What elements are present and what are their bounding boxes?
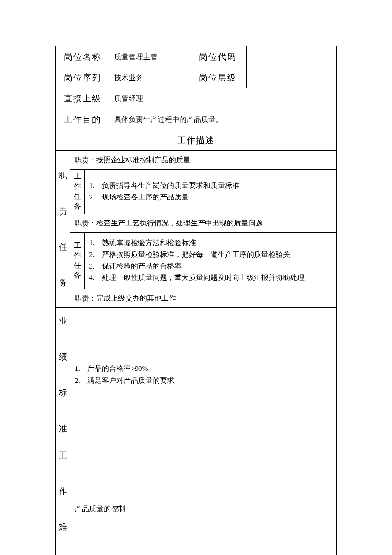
document-page: 岗位名称 质量管理主管 岗位代码 岗位序列 技术业务 岗位层级 直接上级 质管经…: [0, 0, 392, 555]
row-job-description-title: 工作描述: [56, 130, 337, 151]
value-position-name: 质量管理主管: [110, 46, 189, 67]
label-position-code: 岗位代码: [189, 46, 247, 67]
duty1-task-2: 2. 现场检查各工序的产品质量: [89, 192, 332, 203]
duty1-task-1: 1. 负责指导各生产岗位的质量要求和质量标准: [89, 180, 332, 191]
label-work-purpose: 工作目的: [56, 109, 110, 130]
row-performance: 业 绩 标 准 1. 产品的合格率>90% 2. 满足客户对产品质量的要求: [56, 307, 337, 442]
label-task-2: 工 作 任 务: [70, 233, 85, 289]
row-duty2-tasks: 工 作 任 务 1. 熟练掌握检验方法和检验标准 2. 严格按照质量检验标准，把…: [56, 233, 337, 289]
label-difficulty: 工 作 难 点: [56, 442, 70, 555]
value-position-series: 技术业务: [110, 67, 189, 88]
value-position-level: [246, 67, 336, 88]
label-duties: 职 责 任 务: [56, 151, 70, 308]
row-position-series: 岗位序列 技术业务 岗位层级: [56, 67, 337, 88]
duty2-header: 职责：检查生产工艺执行情况，处理生产中出现的质量问题: [70, 214, 337, 233]
label-direct-superior: 直接上级: [56, 88, 110, 109]
value-position-code: [246, 46, 336, 67]
duty1-header: 职责：按照企业标准控制产品的质量: [70, 151, 337, 170]
perf-item-2: 2. 满足客户对产品质量的要求: [75, 375, 332, 386]
row-duty2-header: 职责：检查生产工艺执行情况，处理生产中出现的质量问题: [56, 214, 337, 233]
duty2-tasks: 1. 熟练掌握检验方法和检验标准 2. 严格按照质量检验标准，把好每一道生产工序…: [85, 233, 337, 289]
duty3-header: 职责：完成上级交办的其他工作: [70, 289, 337, 307]
duty1-tasks: 1. 负责指导各生产岗位的质量要求和质量标准 2. 现场检查各工序的产品质量: [85, 170, 337, 214]
row-difficulty: 工 作 难 点 产品质量的控制: [56, 442, 337, 555]
row-duty3-header: 职责：完成上级交办的其他工作: [56, 289, 337, 307]
row-duty1-header: 职 责 任 务 职责：按照企业标准控制产品的质量: [56, 151, 337, 170]
label-performance: 业 绩 标 准: [56, 307, 70, 442]
row-position-name: 岗位名称 质量管理主管 岗位代码: [56, 46, 337, 67]
difficulty-body: 产品质量的控制: [70, 442, 337, 555]
row-direct-superior: 直接上级 质管经理: [56, 88, 337, 109]
label-position-name: 岗位名称: [56, 46, 110, 67]
row-duty1-tasks: 工 作 任 务 1. 负责指导各生产岗位的质量要求和质量标准 2. 现场检查各工…: [56, 170, 337, 214]
label-task-1: 工 作 任 务: [70, 170, 85, 214]
duty2-task-1: 1. 熟练掌握检验方法和检验标准: [89, 237, 332, 249]
job-spec-table: 岗位名称 质量管理主管 岗位代码 岗位序列 技术业务 岗位层级 直接上级 质管经…: [55, 46, 337, 555]
duty2-task-4: 4. 处理一般性质量问题，重大质量问题及时向上级汇报并协助处理: [89, 272, 332, 283]
perf-item-1: 1. 产品的合格率>90%: [75, 363, 332, 374]
value-work-purpose: 具体负责生产过程中的产品质量。: [110, 109, 336, 130]
label-position-level: 岗位层级: [189, 67, 247, 88]
row-work-purpose: 工作目的 具体负责生产过程中的产品质量。: [56, 109, 337, 130]
value-direct-superior: 质管经理: [110, 88, 336, 109]
duty2-task-2: 2. 严格按照质量检验标准，把好每一道生产工序的质量检验关: [89, 249, 332, 260]
section-job-description: 工作描述: [56, 130, 337, 151]
label-position-series: 岗位序列: [56, 67, 110, 88]
performance-body: 1. 产品的合格率>90% 2. 满足客户对产品质量的要求: [70, 307, 337, 442]
duty2-task-3: 3. 保证检验的产品的合格率: [89, 261, 332, 272]
